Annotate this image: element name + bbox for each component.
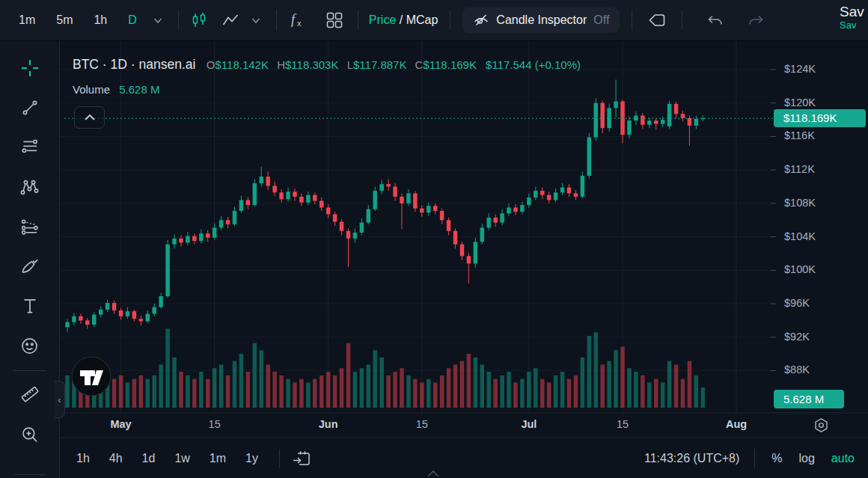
candle-body	[165, 245, 170, 296]
axis-settings-icon[interactable]	[813, 417, 830, 434]
interval-button-D[interactable]: D	[120, 10, 145, 30]
candle-body	[460, 245, 465, 257]
candle-body	[139, 319, 144, 321]
save-button[interactable]: Sav Sav	[840, 4, 868, 31]
ruler-tool-icon[interactable]	[13, 378, 46, 411]
volume-label: Volume	[73, 83, 110, 96]
line-chart-type-icon[interactable]	[218, 7, 243, 33]
volume-bar	[681, 379, 685, 408]
volume-bar	[474, 358, 478, 408]
volume-bar	[520, 379, 525, 408]
price-axis-label: $96K	[784, 297, 810, 309]
volume-bar	[701, 387, 706, 408]
volume-bar	[460, 361, 465, 408]
brush-tool-icon[interactable]	[13, 250, 46, 283]
tradingview-logo[interactable]	[71, 356, 111, 396]
candle-body	[260, 177, 264, 183]
candle-body	[493, 218, 498, 223]
candle-body	[233, 211, 237, 224]
collapse-pane-button[interactable]	[74, 106, 105, 129]
interval-button-5m[interactable]: 5m	[48, 10, 81, 30]
candle-body	[581, 176, 585, 197]
auto-scale-button[interactable]: auto	[831, 452, 855, 465]
candle-body	[253, 183, 257, 205]
range-button-1w[interactable]: 1w	[167, 449, 197, 468]
chart-type-chevron-down-icon[interactable]	[243, 7, 269, 33]
range-button-4h[interactable]: 4h	[102, 449, 130, 468]
interval-group: 1m5m1hD	[6, 10, 145, 30]
volume-bar	[340, 368, 344, 408]
interval-chevron-down-icon[interactable]	[145, 7, 171, 33]
candle-body	[186, 236, 190, 242]
volume-bar	[534, 368, 538, 408]
toolbar-divider	[276, 10, 277, 30]
candle-body	[654, 120, 658, 123]
volume-bar	[641, 376, 645, 408]
emoji-tool-icon[interactable]	[13, 329, 46, 362]
volume-bar	[373, 350, 377, 408]
indicators-fx-icon[interactable]: f x	[284, 7, 310, 33]
percent-scale-button[interactable]: %	[771, 452, 782, 465]
crosshair-tool-icon[interactable]	[13, 52, 46, 85]
volume-bar	[427, 379, 431, 408]
candlestick-chart-type-icon[interactable]	[186, 7, 212, 33]
price-toggle-label[interactable]: Price	[369, 13, 396, 26]
candle-inspector-toggle[interactable]: Candle Inspector Off	[462, 7, 620, 33]
candle-body	[219, 220, 224, 227]
toolbar-divider	[632, 10, 632, 30]
price-axis-label: $92K	[784, 331, 810, 343]
redo-icon[interactable]	[744, 7, 769, 33]
volume-bar	[239, 354, 244, 408]
volume-bar	[647, 382, 652, 408]
undo-icon[interactable]	[702, 7, 727, 33]
volume-bar	[112, 379, 117, 408]
candle-body	[159, 296, 163, 307]
candle-body	[406, 193, 411, 203]
volume-bar	[547, 382, 551, 408]
sidebar-collapse-handle[interactable]: ‹	[55, 381, 65, 418]
eye-off-icon	[473, 13, 489, 28]
log-scale-button[interactable]: log	[799, 452, 815, 465]
interval-button-1m[interactable]: 1m	[10, 10, 43, 30]
candle-body	[433, 206, 438, 211]
fib-retracement-tool-icon[interactable]	[13, 131, 46, 164]
volume-bar	[219, 364, 224, 408]
volume-bar	[65, 376, 70, 408]
volume-bar	[279, 376, 284, 408]
range-button-1m[interactable]: 1m	[202, 449, 233, 468]
tag-icon[interactable]	[644, 7, 670, 33]
candle-body	[132, 311, 137, 319]
volume-bar	[440, 376, 444, 408]
volume-bar	[527, 372, 531, 408]
chart-legend[interactable]: BTC · 1D · nansen.ai O$118.142K H$118.30…	[73, 57, 581, 73]
toolbar-divider	[178, 10, 179, 30]
volume-bar	[320, 376, 324, 408]
trend-line-tool-icon[interactable]	[13, 91, 46, 124]
range-button-1d[interactable]: 1d	[135, 449, 163, 468]
volume-bar	[453, 364, 458, 408]
price-mcap-toggle[interactable]: Price / MCap	[369, 13, 438, 27]
candle-body	[560, 188, 565, 193]
volume-bar	[253, 343, 257, 408]
symbol-title[interactable]: BTC · 1D · nansen.ai	[73, 57, 195, 72]
volume-bar	[179, 372, 183, 408]
clock[interactable]: 11:43:26 (UTC+8)	[644, 452, 739, 465]
volume-bar	[587, 336, 592, 408]
xabcd-pattern-tool-icon[interactable]	[13, 171, 46, 203]
layout-grid-icon[interactable]	[322, 7, 347, 33]
range-button-1h[interactable]: 1h	[69, 449, 97, 468]
volume-bar	[299, 379, 304, 408]
text-tool-icon[interactable]	[13, 289, 46, 322]
save-button-label[interactable]: Sav	[840, 4, 868, 20]
range-button-1y[interactable]: 1y	[238, 449, 266, 468]
volume-bar	[554, 376, 558, 408]
candle-body	[641, 115, 645, 124]
interval-button-1h[interactable]: 1h	[85, 10, 115, 30]
candle-body	[320, 201, 324, 208]
volume-bar	[246, 372, 251, 408]
projection-tool-icon[interactable]	[13, 210, 46, 243]
go-to-date-calendar-icon[interactable]	[289, 446, 314, 471]
mcap-toggle-label[interactable]: MCap	[406, 13, 438, 26]
candle-body	[587, 138, 592, 176]
zoom-in-tool-icon[interactable]	[13, 417, 46, 450]
